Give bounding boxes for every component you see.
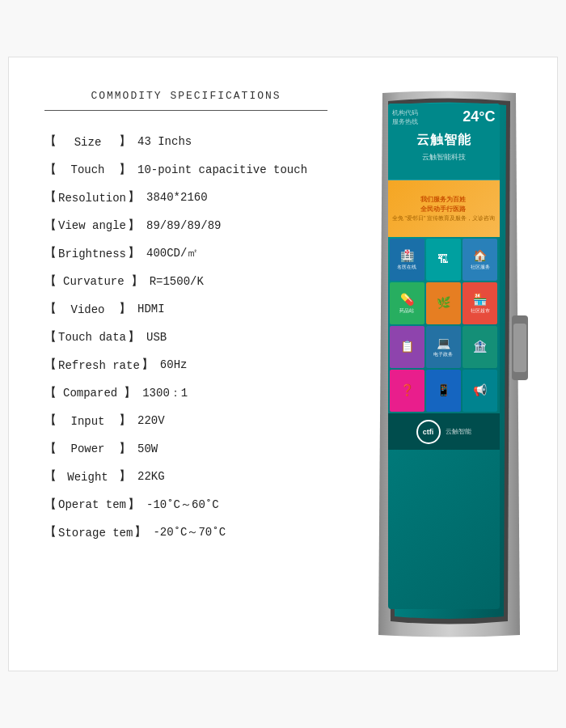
tile-9: 🏦 [463, 326, 497, 368]
bracket-left: 【 [44, 524, 57, 543]
spec-table: COMMODITY SPECIFICATIONS 【 Size 】 43 Inc… [28, 82, 344, 556]
spec-label: 【 Size 】 [44, 133, 137, 152]
spec-label: 【 Refresh rate 】 [44, 357, 160, 375]
tile-4-label: 药品站 [399, 307, 414, 315]
label-text: Weight [60, 469, 116, 486]
bracket-right: 】 [128, 218, 140, 236]
spec-value: 400CD/㎡ [146, 245, 198, 262]
tile-11-icon: 📱 [437, 383, 450, 396]
bracket-right: 】 [128, 329, 140, 348]
ctfi-logo: ctfi [416, 420, 441, 444]
bracket-right: 】 [119, 441, 131, 459]
tile-12: 📢 [463, 370, 497, 412]
spec-rows-container: 【 Size 】 43 Inchs 【 Touch 】 10-point cap… [44, 129, 327, 548]
tile-8-label: 电子政务 [433, 351, 453, 358]
spec-row: 【 Touch 】 10-point capacitive touch [44, 157, 327, 185]
spec-value: -10˚C～60˚C [146, 497, 219, 514]
tile-3-icon: 🏠 [473, 249, 487, 262]
spec-label: 【 View angle 】 [44, 218, 146, 236]
bracket-right: 】 [124, 385, 136, 404]
spec-label: 【 Input 】 [44, 413, 137, 431]
spec-value: 50W [137, 441, 158, 458]
label-text: Curvature [60, 273, 128, 290]
spec-label: 【 Video 】 [44, 301, 137, 320]
main-container: COMMODITY SPECIFICATIONS 【 Size 】 43 Inc… [0, 0, 566, 728]
tile-6-label: 社区超市 [471, 307, 490, 315]
spec-label: 【 Touch 】 [44, 162, 137, 180]
spec-row: 【 Resolution 】 3840*2160 [44, 184, 327, 213]
bracket-left: 【 [44, 497, 57, 515]
bracket-left: 【 [44, 441, 57, 459]
tile-1-label: 名医在线 [397, 264, 416, 271]
spec-label: 【 Storage tem 】 [44, 524, 153, 543]
logo-main: 云触智能 [392, 132, 496, 149]
tile-10-icon: ❓ [400, 383, 414, 396]
spec-row: 【 Operat tem 】 -10˚C～60˚C [44, 492, 327, 520]
bottom-company-name: 云触智能 [446, 427, 471, 436]
label-text: View angle [57, 218, 128, 235]
spec-row: 【 Storage tem 】 -20˚C～70˚C [44, 519, 327, 548]
bracket-left: 【 [44, 413, 57, 431]
tile-7: 📋 [390, 326, 424, 368]
ctfi-text: ctfi [423, 428, 434, 436]
bottom-logo-area: ctfi 云触智能 [416, 420, 471, 444]
bracket-left: 【 [44, 218, 57, 236]
bracket-left: 【 [44, 357, 57, 375]
label-text: Operat tem [57, 497, 128, 514]
tile-3-label: 社区服务 [471, 264, 490, 271]
bracket-right: 】 [119, 133, 131, 152]
tile-11: 📱 [426, 370, 461, 412]
spec-row: 【 Compared 】 1300：1 [44, 380, 327, 408]
bracket-left: 【 [44, 162, 57, 180]
spec-label: 【 Curvature 】 [44, 273, 150, 292]
tile-6: 🏪 社区超市 [463, 282, 497, 324]
bracket-right: 】 [134, 524, 146, 543]
tile-9-icon: 🏦 [473, 340, 487, 353]
tile-8-icon: 💻 [437, 336, 450, 349]
screen-header: 机构代码 服务热线 24°C 云触智能 云触智能科技 [388, 104, 500, 180]
screen-content: 机构代码 服务热线 24°C 云触智能 云触智能科技 [388, 104, 500, 609]
label-text: Touch [60, 162, 116, 179]
logo-sub: 云触智能科技 [392, 152, 496, 163]
tile-7-icon: 📋 [400, 340, 414, 353]
bracket-left: 【 [44, 329, 57, 348]
spec-row: 【 Video 】 HDMI [44, 296, 327, 324]
spec-row: 【 Power 】 50W [44, 436, 327, 464]
spec-value: 220V [137, 413, 165, 430]
spec-label: 【 Brightness 】 [44, 245, 146, 264]
spec-row: 【 Touch data 】 USB [44, 324, 327, 353]
tile-6-icon: 🏪 [473, 293, 487, 306]
bracket-left: 【 [44, 301, 57, 320]
spec-label: 【 Operat tem 】 [44, 497, 146, 515]
label-text: Resolution [57, 190, 128, 207]
svg-rect-1 [513, 324, 526, 372]
bracket-right: 】 [119, 301, 131, 320]
content-area: COMMODITY SPECIFICATIONS 【 Size 】 43 Inc… [8, 57, 558, 671]
label-text: Video [60, 302, 116, 319]
label-text: Brightness [57, 246, 128, 263]
label-text: Input [60, 413, 116, 430]
spec-title: COMMODITY SPECIFICATIONS [44, 90, 327, 111]
spec-value: 60Hz [160, 357, 188, 374]
banner-text: 我们服务为百姓全民动手行医路 [392, 195, 496, 214]
bracket-left: 【 [44, 133, 57, 152]
spec-label: 【 Compared 】 [44, 385, 142, 404]
tile-5: 🌿 [426, 282, 461, 324]
tile-3: 🏠 社区服务 [463, 239, 497, 281]
spec-row: 【 Size 】 43 Inchs [44, 129, 327, 157]
spec-label: 【 Power 】 [44, 441, 137, 459]
device-container: 机构代码 服务热线 24°C 云触智能 云触智能科技 [360, 82, 538, 646]
spec-label: 【 Touch data 】 [44, 329, 146, 348]
label-text: Power [60, 441, 116, 458]
spec-label: 【 Weight 】 [44, 468, 137, 487]
tile-5-icon: 🌿 [437, 296, 450, 309]
bracket-left: 【 [44, 468, 57, 487]
tile-4-icon: 💊 [400, 293, 414, 306]
tile-12-icon: 📢 [473, 383, 487, 396]
spec-row: 【 Brightness 】 400CD/㎡ [44, 240, 327, 269]
tile-8: 💻 电子政务 [426, 326, 461, 368]
spec-row: 【 Refresh rate 】 60Hz [44, 352, 327, 380]
temp-display: 24°C [463, 108, 495, 125]
bracket-right: 】 [128, 245, 140, 264]
screen-bottom: ctfi 云触智能 [388, 413, 500, 450]
